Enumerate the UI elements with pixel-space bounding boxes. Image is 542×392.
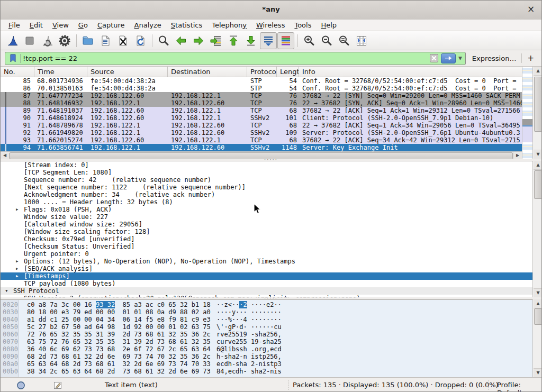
column-header-destination[interactable]: Destination [168,67,247,77]
detail-row[interactable]: ▸[Timestamps] [1,272,532,280]
filter-dropdown-caret[interactable]: ▼ [458,56,462,61]
packet-row-88[interactable]: 8871.648146932192.168.122.1192.168.122.6… [1,99,522,107]
scroll-down-icon[interactable]: ▼ [534,150,542,159]
expression-button[interactable]: Expression… [472,54,517,62]
detail-row[interactable]: [Calculated window size: 29056] [1,221,532,228]
restart-capture-button[interactable] [39,32,56,49]
hex-row-0070[interactable]: 007063 75 72 76 65 32 35 35 31 39 2d 73 … [1,338,532,345]
colorize-button[interactable] [277,32,294,49]
packet-row-86[interactable]: 8670.013850163fe:54:00:d4:38:2aSTP54Conf… [1,85,522,92]
hex-row-0060[interactable]: 006072 76 65 32 35 35 31 39 2d 73 68 61 … [1,331,532,338]
packet-list-scrollbar[interactable]: ▲ ▼ [532,67,542,159]
packet-row-94[interactable]: 9471.663856741192.168.122.1192.168.122.6… [1,144,522,151]
scroll-up-icon[interactable]: ▲ [534,161,542,170]
add-filter-button[interactable]: + [527,53,534,63]
packet-row-90[interactable]: 9071.648618924192.168.122.60192.168.122.… [1,114,522,122]
menu-edit[interactable]: Edit [25,20,48,31]
reload-file-button[interactable] [132,32,149,49]
expander-icon[interactable]: ▸ [15,265,24,272]
scroll-right-icon[interactable]: ▶ [513,152,522,159]
packet-row-91[interactable]: 9171.648789678192.168.122.1192.168.122.6… [1,122,522,129]
expander-icon[interactable]: ▸ [15,206,24,213]
expander-icon[interactable]: ▾ [5,287,13,295]
go-first-button[interactable] [225,32,242,49]
menu-help[interactable]: Help [316,20,341,31]
menu-capture[interactable]: Capture [93,20,130,31]
menu-view[interactable]: View [48,20,74,31]
packet-row-85[interactable]: 8568.001734936fe:54:00:d4:38:2aSTP54Conf… [1,77,522,85]
scroll-up-icon[interactable]: ▲ [534,67,542,76]
bytes-scrollbar[interactable]: ▲ ▼ [532,299,542,377]
detail-row[interactable]: TCP payload (1080 bytes) [1,280,532,287]
scroll-left-icon[interactable]: ◀ [1,152,10,159]
hex-row-00b0[interactable]: 00b038 34 2c 65 63 64 68 2d 73 68 61 32 … [1,368,532,375]
resize-columns-button[interactable] [353,32,370,49]
detail-row[interactable]: Sequence number: 42 (relative sequence n… [1,176,532,184]
detail-row[interactable]: ▸Flags: 0x018 (PSH, ACK) [1,206,532,213]
column-header-protocol[interactable]: Protocol [247,67,277,77]
bookmark-icon[interactable] [8,53,18,63]
display-filter-input[interactable]: !tcp.port == 22 ▼ [5,52,466,65]
clear-filter-icon[interactable] [429,53,439,63]
close-button[interactable]: × [526,4,536,15]
packet-row-87[interactable]: 8771.647777234192.168.122.60192.168.122.… [1,92,522,99]
close-file-button[interactable] [114,32,131,49]
hex-row-0090[interactable]: 009068 2d 73 68 61 32 2d 6e 69 73 74 70 … [1,353,532,360]
packet-row-89[interactable]: 8971.648191037192.168.122.60192.168.122.… [1,107,522,114]
scroll-up-icon[interactable]: ▲ [534,299,542,308]
detail-row[interactable]: ▸Options: (12 bytes), No-Operation (NOP)… [1,258,532,265]
go-last-button[interactable] [242,32,259,49]
find-packet-button[interactable] [155,32,172,49]
menu-telephony[interactable]: Telephony [207,20,251,31]
detail-row[interactable]: [TCP Segment Len: 1080] [1,169,532,176]
expert-info-icon[interactable] [16,381,25,390]
details-scrollbar[interactable]: ▲ ▼ [532,161,542,297]
detail-row[interactable]: Acknowledgment number: 34 (relative ack … [1,191,532,198]
menu-go[interactable]: Go [74,20,93,31]
column-header-info[interactable]: Info [299,67,522,77]
column-header-time[interactable]: Time [34,67,87,77]
detail-row[interactable]: [Checksum Status: Unverified] [1,243,532,250]
capture-options-button[interactable] [56,32,73,49]
auto-scroll-button[interactable] [260,32,277,49]
packet-row-93[interactable]: 9371.662015274192.168.122.60192.168.122.… [1,136,522,144]
bytes-scroll-thumb[interactable] [534,308,542,325]
apply-filter-button[interactable] [441,53,456,63]
save-file-button[interactable] [97,32,114,49]
zoom-in-button[interactable] [301,32,318,49]
menu-tools[interactable]: Tools [290,20,316,31]
detail-row[interactable]: 1000 .... = Header Length: 32 bytes (8) [1,198,532,206]
zoom-reset-button[interactable] [336,32,353,49]
go-back-button[interactable] [173,32,189,49]
hex-row-0020[interactable]: 0020c0 a8 7a 3c 00 16 93 32 85 a3 ac c0 … [1,301,532,308]
expander-icon[interactable]: ▸ [15,258,24,265]
zoom-out-button[interactable] [318,32,335,49]
detail-row[interactable]: Window size value: 227 [1,213,532,221]
column-header-source[interactable]: Source [87,67,168,77]
packet-list-hscrollbar[interactable]: ◀ ▶ [1,151,522,159]
detail-row[interactable]: Urgent pointer: 0 [1,250,532,258]
capture-comment-icon[interactable] [53,381,62,390]
hex-row-0030[interactable]: 003080 18 00 e3 79 ed 00 00 01 01 08 0a … [1,308,532,316]
details-scroll-thumb[interactable] [534,170,542,199]
expander-icon[interactable]: ▸ [15,272,24,280]
scroll-down-icon[interactable]: ▼ [534,288,542,297]
profile-status[interactable]: Profile: Default [497,381,541,392]
menu-analyze[interactable]: Analyze [130,20,166,31]
packet-list-scroll-thumb[interactable] [534,77,542,132]
menu-file[interactable]: File [4,20,25,31]
hex-row-0050[interactable]: 00505c 27 b2 67 50 ad 64 98 1d 92 00 00 … [1,323,532,331]
hex-row-0040[interactable]: 0040a1 dd c1 25 00 00 04 34 06 14 f5 e8 … [1,316,532,323]
scroll-down-icon[interactable]: ▼ [534,368,542,377]
menu-statistics[interactable]: Statistics [166,20,207,31]
detail-row[interactable]: [Stream index: 0] [1,161,532,169]
packet-row-92[interactable]: 9271.661949820192.168.122.1192.168.122.6… [1,129,522,136]
detail-row[interactable]: ▾SSH Protocol [1,287,532,295]
column-header-no[interactable]: No. [1,67,34,77]
hex-row-0080[interactable]: 008036 40 6c 69 62 73 73 68 2e 6f 72 67 … [1,345,532,353]
titlebar[interactable]: *any × [1,1,541,20]
go-forward-button[interactable] [190,32,207,49]
detail-row[interactable]: ▸[SEQ/ACK analysis] [1,265,532,272]
stop-capture-button[interactable] [21,32,38,49]
detail-row[interactable]: Checksum: 0x79ed [unverified] [1,235,532,243]
